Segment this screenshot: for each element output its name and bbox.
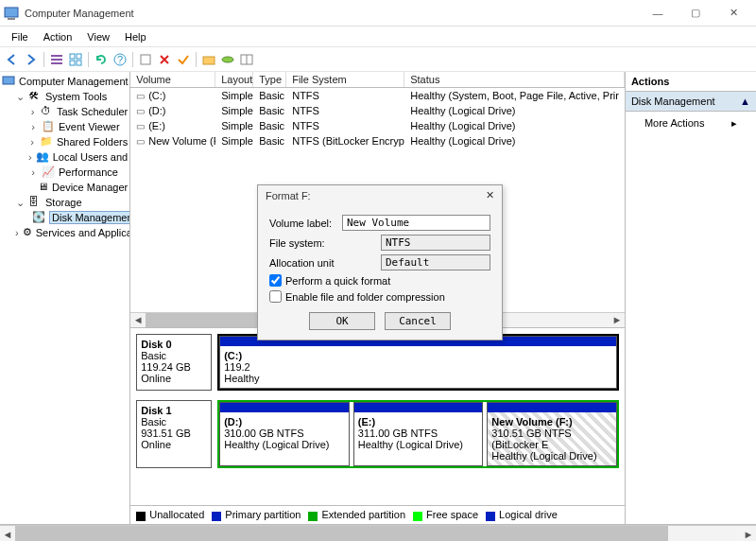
minimize-button[interactable]: — <box>639 3 677 24</box>
wrench-icon: 🛠 <box>28 90 42 103</box>
volume-row[interactable]: ▭(D:)SimpleBasicNTFSHealthy (Logical Dri… <box>130 103 625 118</box>
panel-icon[interactable] <box>238 51 255 68</box>
tree-services-apps[interactable]: ›⚙Services and Applications <box>13 225 129 240</box>
statusbar: ◄► <box>0 524 756 541</box>
tree-task-scheduler[interactable]: ›⏱Task Scheduler <box>26 104 129 119</box>
svg-rect-5 <box>70 54 75 59</box>
tree-pane: Computer Management (Local ⌄🛠System Tool… <box>0 72 130 524</box>
disk-icon[interactable] <box>219 51 236 68</box>
check-icon[interactable] <box>175 51 192 68</box>
disk1-partition-f[interactable]: New Volume (F:)310.51 GB NTFS (BitLocker… <box>487 402 617 466</box>
tree-storage[interactable]: ⌄🗄Storage <box>13 195 129 210</box>
help-icon[interactable]: ? <box>112 51 129 68</box>
forward-button[interactable] <box>23 51 40 68</box>
col-layout[interactable]: Layout <box>215 72 253 87</box>
expand-icon[interactable]: › <box>28 166 38 178</box>
allocation-unit-select[interactable]: Default <box>381 254 490 270</box>
volume-header-row: Volume Layout Type File System Status <box>130 72 625 88</box>
close-button[interactable]: ✕ <box>714 3 752 24</box>
log-icon: 📋 <box>42 120 55 133</box>
volume-row[interactable]: ▭New Volume (F:)SimpleBasicNTFS (BitLock… <box>130 133 625 148</box>
col-filesystem[interactable]: File System <box>286 72 404 87</box>
clock-icon: ⏱ <box>41 105 53 118</box>
menu-help[interactable]: Help <box>117 29 154 44</box>
scroll-right-button[interactable]: ► <box>610 313 625 327</box>
device-icon: 🖥 <box>38 181 48 194</box>
volume-row[interactable]: ▭(E:)SimpleBasicNTFSHealthy (Logical Dri… <box>130 118 625 133</box>
scroll-left-button[interactable]: ◄ <box>0 526 15 541</box>
disk0-partition-c[interactable]: (C:)119.2Healthy <box>219 336 617 389</box>
collapse-icon[interactable]: ⌄ <box>15 91 25 103</box>
allocation-unit-label: Allocation unit <box>269 257 373 269</box>
tree-root[interactable]: Computer Management (Local <box>0 74 129 89</box>
tree-device-manager[interactable]: 🖥Device Manager <box>26 180 129 195</box>
actions-more[interactable]: More Actions▸ <box>626 112 756 135</box>
users-icon: 👥 <box>36 150 49 164</box>
svg-rect-3 <box>51 59 62 61</box>
svg-rect-7 <box>70 61 75 65</box>
filesystem-label: File system: <box>269 237 373 249</box>
collapse-icon[interactable]: ⌄ <box>15 197 25 209</box>
scroll-left-button[interactable]: ◄ <box>130 313 146 327</box>
tree-local-users[interactable]: ›👥Local Users and Groups <box>26 149 129 165</box>
quick-format-label: Perform a quick format <box>285 275 390 287</box>
col-type[interactable]: Type <box>253 72 286 87</box>
menu-action[interactable]: Action <box>36 29 80 44</box>
tree-disk-management[interactable]: 💽Disk Management <box>26 210 129 225</box>
svg-rect-0 <box>5 8 18 17</box>
menu-view[interactable]: View <box>79 29 117 44</box>
expand-icon[interactable]: › <box>28 151 32 163</box>
actions-disk-management[interactable]: Disk Management▲ <box>626 92 756 112</box>
grid-icon[interactable] <box>67 51 84 68</box>
tree-performance[interactable]: ›📈Performance <box>26 165 129 180</box>
storage-icon: 🗄 <box>28 196 42 209</box>
window-title: Computer Management <box>25 8 639 19</box>
scroll-right-button[interactable]: ► <box>741 526 756 541</box>
delete-x-button[interactable] <box>156 51 173 68</box>
expand-icon[interactable]: › <box>15 227 19 238</box>
volume-label-input[interactable] <box>342 215 490 231</box>
compression-checkbox[interactable] <box>269 290 282 303</box>
expand-icon[interactable]: › <box>28 136 36 148</box>
folder-icon[interactable] <box>200 51 217 68</box>
drive-icon: ▭ <box>136 106 145 116</box>
disk-map: Disk 0 Basic 119.24 GB Online (C:)119.2H… <box>130 327 625 474</box>
dialog-title: Format F: <box>266 190 311 201</box>
tree-event-viewer[interactable]: ›📋Event Viewer <box>26 119 129 134</box>
cancel-button[interactable]: Cancel <box>385 312 451 330</box>
svg-rect-8 <box>77 61 81 65</box>
scroll-thumb[interactable] <box>15 526 668 541</box>
bottom-scrollbar[interactable]: ◄► <box>0 525 756 541</box>
quick-format-checkbox[interactable] <box>269 274 282 287</box>
volume-row[interactable]: ▭(C:)SimpleBasicNTFSHealthy (System, Boo… <box>130 88 625 103</box>
volume-label-label: Volume label: <box>269 218 335 229</box>
expand-icon[interactable]: › <box>28 106 37 117</box>
maximize-button[interactable]: ▢ <box>677 3 714 24</box>
disk1-info[interactable]: Disk 1 Basic 931.51 GB Online <box>136 400 212 468</box>
tree-shared-folders[interactable]: ›📁Shared Folders <box>26 134 129 149</box>
svg-rect-16 <box>3 77 14 84</box>
menubar: File Action View Help <box>0 26 756 47</box>
toolbar: ? <box>0 47 756 72</box>
tree-system-tools[interactable]: ⌄🛠System Tools <box>13 89 129 104</box>
disk1-partition-d[interactable]: (D:)310.00 GB NTFSHealthy (Logical Drive… <box>219 402 350 466</box>
disk1-partition-e[interactable]: (E:)311.00 GB NTFSHealthy (Logical Drive… <box>353 402 484 466</box>
back-button[interactable] <box>4 51 21 68</box>
dialog-close-button[interactable]: ✕ <box>486 189 494 201</box>
list-icon[interactable] <box>48 51 65 68</box>
disk-icon: 💽 <box>32 211 45 224</box>
submenu-arrow-icon: ▸ <box>731 117 737 130</box>
col-volume[interactable]: Volume <box>130 72 215 87</box>
ok-button[interactable]: OK <box>309 312 375 330</box>
expand-icon[interactable]: › <box>28 121 38 132</box>
refresh-button[interactable] <box>93 51 110 68</box>
compression-label: Enable file and folder compression <box>285 291 445 303</box>
disk0-info[interactable]: Disk 0 Basic 119.24 GB Online <box>136 334 212 391</box>
col-status[interactable]: Status <box>404 72 625 87</box>
svg-rect-1 <box>8 18 15 20</box>
menu-file[interactable]: File <box>4 29 36 44</box>
actions-pane: Actions Disk Management▲ More Actions▸ <box>626 72 756 524</box>
properties-button[interactable] <box>137 51 154 68</box>
filesystem-select[interactable]: NTFS <box>381 235 490 251</box>
folder-icon: 📁 <box>40 135 53 148</box>
